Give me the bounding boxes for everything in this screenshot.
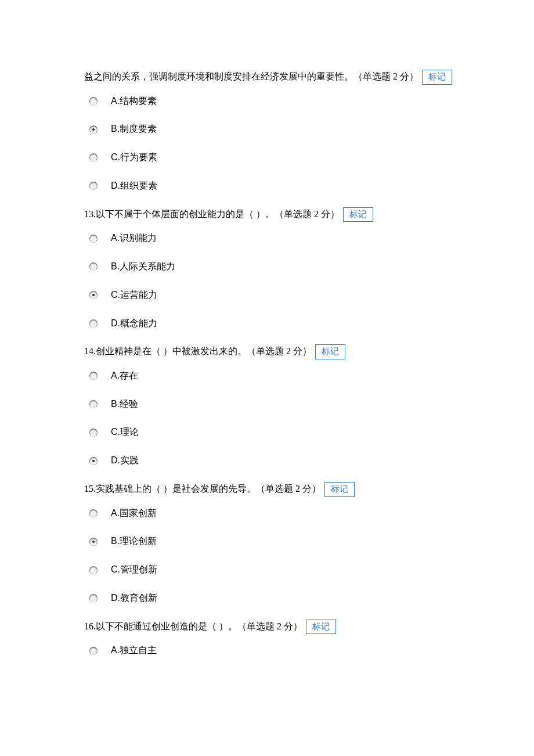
option-label: D.概念能力 — [111, 316, 157, 331]
radio-icon[interactable] — [90, 235, 97, 242]
option-row[interactable]: A.独立自主 — [90, 643, 453, 658]
question-text: 13.以下不属于个体层面的创业能力的是（ ）。（单选题 2 分） 标记 — [84, 207, 453, 224]
quiz-page: 益之间的关系，强调制度环境和制度安排在经济发展中的重要性。（单选题 2 分） 标… — [0, 0, 534, 658]
option-label: A.存在 — [111, 369, 138, 383]
option-label: A.国家创新 — [111, 506, 157, 521]
question-text: 16.以下不能通过创业创造的是（ ）。（单选题 2 分） 标记 — [84, 620, 453, 636]
option-row[interactable]: B.人际关系能力 — [90, 260, 453, 274]
question-stem: 以下不能通过创业创造的是（ ）。（单选题 2 分） — [96, 621, 302, 631]
option-row[interactable]: A.识别能力 — [90, 231, 453, 246]
radio-icon[interactable] — [90, 320, 97, 327]
question-text: 14.创业精神是在（ ）中被激发出来的。（单选题 2 分） 标记 — [84, 344, 453, 361]
option-label: C.管理创新 — [111, 563, 157, 577]
option-label: B.理论创新 — [111, 534, 157, 549]
option-row[interactable]: C.行为要素 — [90, 150, 453, 165]
question-number: 13. — [84, 209, 96, 219]
option-label: C.理论 — [111, 425, 139, 440]
radio-icon[interactable] — [90, 372, 97, 379]
mark-button[interactable]: 标记 — [315, 344, 345, 359]
radio-icon[interactable] — [90, 647, 97, 654]
option-row[interactable]: A.国家创新 — [90, 506, 453, 521]
radio-icon[interactable] — [90, 401, 97, 408]
option-label: B.制度要素 — [111, 122, 157, 136]
option-row[interactable]: B.经验 — [90, 397, 453, 412]
radio-icon[interactable] — [90, 538, 97, 545]
radio-icon[interactable] — [90, 182, 97, 189]
radio-icon[interactable] — [90, 126, 97, 133]
option-row[interactable]: C.管理创新 — [90, 563, 453, 577]
question-text: 益之间的关系，强调制度环境和制度安排在经济发展中的重要性。（单选题 2 分） 标… — [84, 70, 453, 86]
radio-icon[interactable] — [90, 567, 97, 574]
option-row[interactable]: A.结构要素 — [90, 94, 453, 109]
option-label: B.经验 — [111, 397, 138, 412]
option-label: D.组织要素 — [111, 179, 157, 193]
option-row[interactable]: C.理论 — [90, 425, 453, 440]
question-stem: 创业精神是在（ ）中被激发出来的。（单选题 2 分） — [96, 346, 312, 356]
option-row[interactable]: D.实践 — [90, 453, 453, 468]
option-label: C.行为要素 — [111, 150, 157, 165]
option-row[interactable]: C.运营能力 — [90, 288, 453, 303]
question-text: 15.实践基础上的（ ）是社会发展的先导。（单选题 2 分） 标记 — [84, 482, 453, 498]
question-number: 16. — [84, 621, 96, 631]
radio-icon[interactable] — [90, 291, 97, 298]
option-label: A.结构要素 — [111, 94, 157, 109]
option-row[interactable]: A.存在 — [90, 369, 453, 383]
question-stem: 益之间的关系，强调制度环境和制度安排在经济发展中的重要性。（单选题 2 分） — [84, 70, 418, 84]
question-number: 15. — [84, 484, 96, 494]
option-label: A.独立自主 — [111, 643, 157, 658]
radio-icon[interactable] — [90, 429, 97, 436]
option-label: C.运营能力 — [111, 288, 157, 303]
radio-icon[interactable] — [90, 98, 97, 105]
radio-icon[interactable] — [90, 263, 97, 270]
question-number: 14. — [84, 346, 96, 356]
radio-icon[interactable] — [90, 154, 97, 161]
radio-icon[interactable] — [90, 595, 97, 602]
mark-button[interactable]: 标记 — [422, 70, 452, 85]
question-stem: 以下不属于个体层面的创业能力的是（ ）。（单选题 2 分） — [96, 209, 340, 219]
option-label: D.教育创新 — [111, 591, 157, 606]
option-label: D.实践 — [111, 453, 139, 468]
mark-button[interactable]: 标记 — [306, 620, 336, 635]
option-row[interactable]: B.制度要素 — [90, 122, 453, 136]
mark-button[interactable]: 标记 — [343, 207, 373, 222]
mark-button[interactable]: 标记 — [324, 482, 355, 497]
option-label: B.人际关系能力 — [111, 260, 175, 274]
option-row[interactable]: B.理论创新 — [90, 534, 453, 549]
option-row[interactable]: D.概念能力 — [90, 316, 453, 331]
option-label: A.识别能力 — [111, 231, 157, 246]
radio-icon[interactable] — [90, 458, 97, 465]
radio-icon[interactable] — [90, 510, 97, 517]
option-row[interactable]: D.教育创新 — [90, 591, 453, 606]
option-row[interactable]: D.组织要素 — [90, 179, 453, 193]
question-stem: 实践基础上的（ ）是社会发展的先导。（单选题 2 分） — [96, 484, 321, 494]
